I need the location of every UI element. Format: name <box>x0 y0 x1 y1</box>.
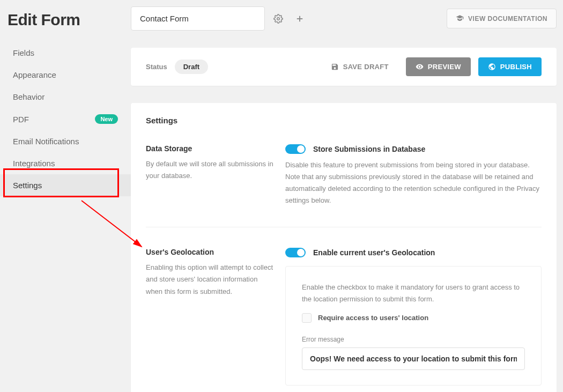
form-settings-button[interactable] <box>270 11 286 27</box>
setting-row-data-storage: Data Storage By default we will store al… <box>146 144 542 227</box>
setting-description: Enabling this option will attempt to col… <box>146 262 275 297</box>
status-label: Status <box>146 63 167 71</box>
topbar: VIEW DOCUMENTATION <box>131 6 557 31</box>
toggle-row: Store Submissions in Database <box>285 144 542 154</box>
setting-name: User's Geolocation <box>146 248 275 256</box>
sidebar-item-label: Behavior <box>13 92 45 101</box>
status-card: Status Draft SAVE DRAFT PREVIEW <box>131 48 557 86</box>
error-message-field-label: Error message <box>302 336 525 343</box>
sidebar-item-label: Fields <box>13 48 34 57</box>
sidebar-item-label: PDF <box>13 115 29 124</box>
svg-point-0 <box>277 17 280 20</box>
setting-description: By default we will store all submissions… <box>146 158 275 182</box>
button-label: VIEW DOCUMENTATION <box>468 15 547 23</box>
sidebar-item-settings[interactable]: Settings <box>0 174 131 196</box>
sub-hint: Enable the checkbox to make it mandatory… <box>302 282 525 305</box>
button-label: PUBLISH <box>500 63 532 71</box>
toggle-row: Enable current user's Geolocation <box>285 248 542 257</box>
form-name-input[interactable] <box>131 6 265 31</box>
preview-button[interactable]: PREVIEW <box>406 57 471 76</box>
save-icon <box>331 63 339 71</box>
toggle-label: Store Submissions in Database <box>313 145 425 153</box>
sidebar-item-fields[interactable]: Fields <box>0 42 131 64</box>
toggle-description: Disable this feature to prevent submissi… <box>285 159 542 206</box>
publish-button[interactable]: PUBLISH <box>478 57 542 76</box>
page-title: Edit Form <box>0 6 131 42</box>
main-content: VIEW DOCUMENTATION Status Draft SAVE DRA… <box>131 0 563 392</box>
sidebar-item-label: Appearance <box>13 70 56 79</box>
geolocation-sub-panel: Enable the checkbox to make it mandatory… <box>285 266 542 385</box>
sidebar-item-appearance[interactable]: Appearance <box>0 64 131 86</box>
checkbox-label: Require access to users' location <box>318 314 428 322</box>
require-location-checkbox[interactable] <box>302 313 312 323</box>
geolocation-toggle[interactable] <box>285 248 306 257</box>
button-label: PREVIEW <box>428 63 461 71</box>
eye-icon <box>416 63 424 71</box>
settings-card: Settings Data Storage By default we will… <box>131 103 557 392</box>
setting-label-block: User's Geolocation Enabling this option … <box>146 248 275 385</box>
nav-list: Fields Appearance Behavior PDF New Email… <box>0 42 131 196</box>
plus-icon <box>295 14 305 24</box>
setting-row-geolocation: User's Geolocation Enabling this option … <box>146 248 542 385</box>
setting-control-block: Enable current user's Geolocation Enable… <box>285 248 542 385</box>
add-button[interactable] <box>292 11 308 27</box>
sidebar-item-label: Integrations <box>13 159 55 168</box>
status-bar: Status Draft SAVE DRAFT PREVIEW <box>131 48 557 86</box>
globe-icon <box>488 63 496 71</box>
sidebar-item-label: Settings <box>13 181 42 190</box>
gear-icon <box>273 14 283 24</box>
sidebar-item-behavior[interactable]: Behavior <box>0 86 131 108</box>
sidebar-item-email-notifications[interactable]: Email Notifications <box>0 130 131 152</box>
button-label: SAVE DRAFT <box>343 63 389 71</box>
setting-label-block: Data Storage By default we will store al… <box>146 144 275 206</box>
sidebar-item-integrations[interactable]: Integrations <box>0 152 131 174</box>
save-draft-button[interactable]: SAVE DRAFT <box>321 57 398 76</box>
toggle-label: Enable current user's Geolocation <box>313 248 435 257</box>
sidebar-item-label: Email Notifications <box>13 137 79 146</box>
store-submissions-toggle[interactable] <box>285 144 306 154</box>
status-chip: Draft <box>175 60 208 74</box>
setting-name: Data Storage <box>146 144 275 153</box>
checkbox-row: Require access to users' location <box>302 313 525 323</box>
sidebar: Edit Form Fields Appearance Behavior PDF… <box>0 0 131 392</box>
new-badge: New <box>95 114 118 124</box>
sidebar-item-pdf[interactable]: PDF New <box>0 108 131 130</box>
view-documentation-button[interactable]: VIEW DOCUMENTATION <box>447 9 557 28</box>
error-message-input[interactable] <box>302 347 525 370</box>
settings-title: Settings <box>146 116 542 125</box>
graduation-cap-icon <box>456 14 464 23</box>
setting-control-block: Store Submissions in Database Disable th… <box>285 144 542 206</box>
